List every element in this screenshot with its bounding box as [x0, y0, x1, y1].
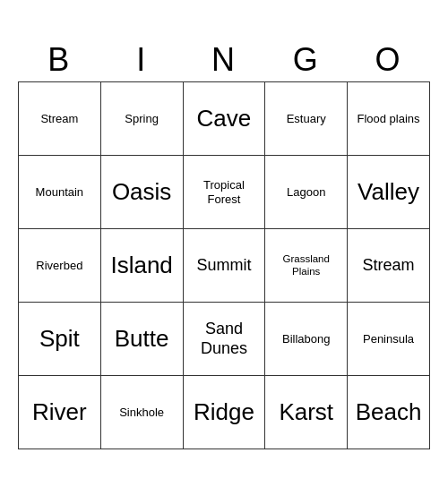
bingo-header-cell: O [348, 38, 430, 82]
bingo-cell[interactable]: Spring [100, 82, 183, 156]
bingo-cell[interactable]: Summit [183, 229, 265, 303]
bingo-cell[interactable]: Tropical Forest [183, 156, 265, 229]
bingo-cell[interactable]: Billabong [265, 303, 348, 376]
bingo-body: StreamSpringCaveEstuaryFlood plainsMount… [19, 82, 430, 449]
bingo-cell[interactable]: Island [100, 229, 183, 303]
bingo-cell[interactable]: Grassland Plains [265, 229, 348, 303]
bingo-row: RiverSinkholeRidgeKarstBeach [19, 376, 430, 449]
bingo-header-cell: N [183, 38, 265, 82]
bingo-cell[interactable]: Ridge [183, 376, 265, 449]
bingo-cell[interactable]: Stream [348, 229, 430, 303]
bingo-cell[interactable]: Riverbed [19, 229, 101, 303]
bingo-card: BINGO StreamSpringCaveEstuaryFlood plain… [18, 38, 430, 450]
bingo-cell[interactable]: Peninsula [348, 303, 430, 376]
bingo-header-row: BINGO [19, 38, 430, 82]
bingo-cell[interactable]: Estuary [265, 82, 348, 156]
bingo-cell[interactable]: Valley [348, 156, 430, 229]
bingo-cell[interactable]: River [19, 376, 101, 449]
bingo-cell[interactable]: Sand Dunes [183, 303, 265, 376]
bingo-cell[interactable]: Spit [19, 303, 101, 376]
bingo-row: MountainOasisTropical ForestLagoonValley [19, 156, 430, 229]
bingo-cell[interactable]: Flood plains [348, 82, 430, 156]
bingo-header-cell: I [100, 38, 183, 82]
bingo-cell[interactable]: Beach [348, 376, 430, 449]
bingo-cell[interactable]: Cave [183, 82, 265, 156]
bingo-cell[interactable]: Stream [19, 82, 101, 156]
bingo-row: SpitButteSand DunesBillabongPeninsula [19, 303, 430, 376]
bingo-cell[interactable]: Oasis [100, 156, 183, 229]
bingo-cell[interactable]: Karst [265, 376, 348, 449]
bingo-row: RiverbedIslandSummitGrassland PlainsStre… [19, 229, 430, 303]
bingo-header-cell: G [265, 38, 348, 82]
bingo-cell[interactable]: Sinkhole [100, 376, 183, 449]
bingo-header-cell: B [19, 38, 101, 82]
bingo-row: StreamSpringCaveEstuaryFlood plains [19, 82, 430, 156]
bingo-cell[interactable]: Lagoon [265, 156, 348, 229]
bingo-cell[interactable]: Butte [100, 303, 183, 376]
bingo-cell[interactable]: Mountain [19, 156, 101, 229]
